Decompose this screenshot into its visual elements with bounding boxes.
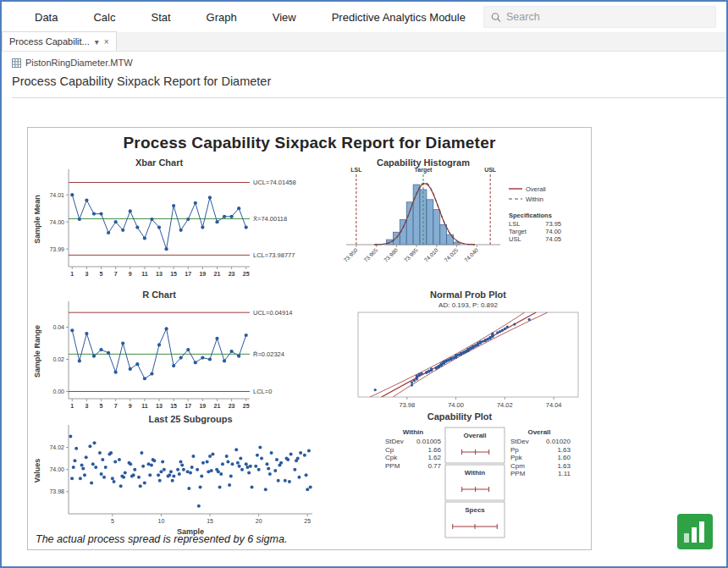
output-title: Process Capability Sixpack Report for Di… [12, 74, 726, 88]
svg-text:0.77: 0.77 [427, 462, 441, 470]
svg-text:11: 11 [141, 271, 148, 277]
svg-text:Specifications: Specifications [509, 212, 552, 219]
svg-text:0.04: 0.04 [52, 324, 64, 330]
svg-text:10: 10 [158, 518, 165, 524]
svg-text:74.05: 74.05 [545, 235, 561, 243]
svg-text:1: 1 [70, 403, 74, 409]
svg-text:PPM: PPM [385, 462, 400, 470]
svg-text:17: 17 [185, 271, 191, 277]
svg-text:Values: Values [33, 459, 41, 483]
document-tab[interactable]: Process Capabilit... ▾ × [2, 31, 117, 51]
tab-close-icon[interactable]: × [104, 37, 109, 47]
capability-plot[interactable]: Capability PlotOverallWithinSpecsWithinS… [333, 411, 587, 544]
svg-text:5: 5 [100, 271, 103, 277]
svg-text:23: 23 [229, 403, 235, 409]
svg-text:74.010: 74.010 [423, 246, 439, 262]
tab-label: Process Capabilit... [9, 36, 90, 47]
report-canvas[interactable]: Process Capability Sixpack Report for Di… [27, 127, 592, 550]
svg-text:74.025: 74.025 [443, 246, 459, 262]
svg-text:Target: Target [509, 228, 527, 235]
svg-text:StDev: StDev [510, 438, 529, 445]
svg-text:UCL=74.01458: UCL=74.01458 [253, 179, 296, 186]
svg-text:Pp: Pp [510, 446, 519, 454]
svg-text:74.040: 74.040 [463, 246, 479, 262]
svg-text:Cpk: Cpk [385, 454, 398, 461]
svg-text:73.965: 73.965 [362, 246, 378, 262]
svg-text:Overall: Overall [527, 428, 550, 436]
xbar-chart[interactable]: Xbar ChartSample Mean73.9974.0074.011357… [31, 157, 328, 285]
normal-prob-plot[interactable]: Normal Prob PlotAD: 0.193, P: 0.89273.98… [333, 289, 587, 417]
menu-item-graph[interactable]: Graph [189, 3, 255, 31]
svg-text:73.95: 73.95 [545, 220, 561, 228]
svg-text:Cpm: Cpm [510, 462, 525, 470]
svg-text:LCL=73.98777: LCL=73.98777 [253, 251, 295, 259]
svg-text:74.00: 74.00 [545, 228, 561, 235]
svg-text:74.02: 74.02 [49, 444, 64, 450]
svg-text:R̄=0.02324: R̄=0.02324 [253, 350, 284, 358]
svg-text:LSL: LSL [350, 167, 362, 173]
svg-text:Target: Target [415, 167, 433, 174]
search-input[interactable] [506, 11, 709, 23]
svg-text:7: 7 [114, 271, 118, 277]
menu-item-view[interactable]: View [255, 3, 314, 31]
svg-text:R Chart: R Chart [142, 290, 176, 300]
svg-text:1.66: 1.66 [427, 446, 441, 454]
svg-text:73.950: 73.950 [343, 246, 359, 262]
svg-text:0.00: 0.00 [52, 389, 64, 394]
minitab-graph-icon[interactable] [677, 514, 713, 549]
svg-text:Within: Within [403, 428, 423, 436]
svg-text:PPM: PPM [510, 470, 526, 477]
search-box[interactable] [483, 6, 716, 28]
svg-text:74.00: 74.00 [448, 401, 464, 409]
svg-text:1: 1 [70, 271, 74, 277]
bar-chart-glyph [683, 521, 707, 543]
svg-text:Specs: Specs [465, 506, 485, 514]
svg-text:19: 19 [199, 271, 206, 277]
svg-text:13: 13 [156, 403, 163, 409]
last-25-subgroups-chart[interactable]: Last 25 SubgroupsValues73.9874.0074.0251… [31, 414, 328, 544]
svg-text:Overall: Overall [526, 185, 546, 193]
svg-text:0.01005: 0.01005 [416, 438, 441, 445]
svg-text:Normal Prob Plot: Normal Prob Plot [430, 290, 506, 300]
svg-text:Cp: Cp [385, 446, 394, 454]
menu-bar: Data Calc Stat Graph View Predictive Ana… [2, 2, 726, 32]
svg-text:23: 23 [229, 271, 235, 277]
worksheet-name: PistonRingDiameter.MTW [25, 58, 133, 68]
svg-text:74.01: 74.01 [49, 192, 64, 198]
svg-text:74.00: 74.00 [49, 466, 64, 472]
tab-bar: Process Capabilit... ▾ × [2, 32, 726, 52]
svg-text:Sample Mean: Sample Mean [33, 195, 41, 244]
svg-text:StDev: StDev [385, 438, 404, 445]
svg-text:Last 25 Subgroups: Last 25 Subgroups [148, 414, 232, 424]
svg-text:USL: USL [509, 235, 521, 243]
app-window: Data Calc Stat Graph View Predictive Ana… [0, 0, 728, 568]
svg-text:25: 25 [304, 518, 311, 524]
capability-histogram[interactable]: Capability Histogram73.95073.96573.98073… [333, 157, 587, 285]
menu-item-predictive-analytics-module[interactable]: Predictive Analytics Module [314, 3, 483, 31]
tab-dropdown-icon[interactable]: ▾ [95, 37, 99, 47]
svg-text:5: 5 [111, 518, 114, 524]
svg-text:9: 9 [129, 271, 132, 277]
report-title: Process Capability Sixpack Report for Di… [28, 134, 591, 152]
svg-text:1.11: 1.11 [558, 470, 571, 477]
svg-text:Sample Range: Sample Range [33, 325, 41, 378]
svg-text:20: 20 [256, 518, 262, 524]
worksheet-link[interactable]: PistonRingDiameter.MTW [12, 58, 726, 68]
svg-text:74.04: 74.04 [546, 401, 562, 409]
svg-text:21: 21 [214, 271, 221, 277]
r-chart[interactable]: R ChartSample Range0.000.020.04135791113… [31, 289, 328, 417]
svg-text:Capability Plot: Capability Plot [427, 411, 493, 422]
svg-text:25: 25 [243, 403, 250, 409]
menu-item-data[interactable]: Data [17, 3, 75, 31]
svg-text:5: 5 [100, 403, 103, 409]
svg-text:74.00: 74.00 [49, 219, 64, 225]
svg-text:74.02: 74.02 [497, 401, 513, 409]
menu-item-calc[interactable]: Calc [75, 3, 133, 31]
svg-text:25: 25 [243, 271, 250, 277]
document-area: PistonRingDiameter.MTW Process Capabilit… [2, 52, 726, 98]
svg-text:1.63: 1.63 [557, 462, 571, 470]
svg-text:LSL: LSL [509, 220, 520, 228]
svg-text:73.980: 73.980 [383, 246, 399, 262]
svg-text:15: 15 [170, 403, 177, 409]
menu-item-stat[interactable]: Stat [133, 3, 188, 31]
